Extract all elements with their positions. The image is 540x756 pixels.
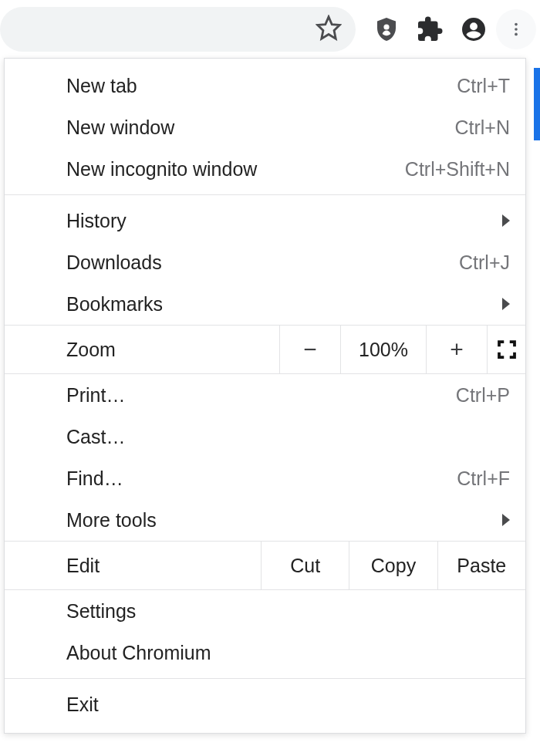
menu-label: New incognito window [66, 158, 257, 181]
menu-item-new-incognito[interactable]: New incognito window Ctrl+Shift+N [5, 148, 525, 190]
zoom-level: 100% [340, 326, 426, 373]
svg-point-3 [515, 28, 518, 31]
menu-label: History [66, 210, 127, 232]
menu-shortcut: Ctrl+J [459, 251, 510, 274]
menu-item-settings[interactable]: Settings [5, 590, 525, 632]
menu-label: Cast… [66, 426, 125, 448]
browser-toolbar [0, 0, 540, 58]
edit-copy-button[interactable]: Copy [349, 542, 437, 589]
browser-main-menu: New tab Ctrl+T New window Ctrl+N New inc… [4, 58, 526, 734]
menu-label: Bookmarks [66, 293, 163, 316]
menu-item-find[interactable]: Find… Ctrl+F [5, 457, 525, 499]
fullscreen-button[interactable] [487, 326, 525, 373]
account-icon[interactable] [451, 15, 496, 43]
menu-item-new-tab[interactable]: New tab Ctrl+T [5, 65, 525, 106]
menu-item-edit: Edit Cut Copy Paste [5, 541, 525, 590]
menu-divider [5, 194, 525, 195]
menu-shortcut: Ctrl+T [457, 75, 510, 97]
svg-point-1 [383, 24, 389, 29]
omnibox[interactable] [0, 7, 356, 52]
zoom-out-button[interactable]: − [279, 326, 340, 373]
menu-label: New tab [66, 75, 137, 97]
submenu-arrow-icon [502, 298, 510, 310]
menu-label: Find… [66, 467, 123, 490]
menu-item-zoom: Zoom − 100% + [5, 325, 525, 374]
menu-item-about[interactable]: About Chromium [5, 632, 525, 673]
menu-label: Settings [66, 600, 136, 623]
menu-shortcut: Ctrl+P [456, 384, 510, 407]
menu-item-bookmarks[interactable]: Bookmarks [5, 283, 525, 325]
star-icon[interactable] [316, 15, 342, 44]
submenu-arrow-icon [502, 214, 510, 227]
privacy-shield-icon[interactable] [365, 15, 408, 43]
menu-item-exit[interactable]: Exit [5, 683, 525, 725]
menu-item-downloads[interactable]: Downloads Ctrl+J [5, 241, 525, 283]
extensions-icon[interactable] [408, 15, 451, 43]
svg-marker-0 [318, 16, 339, 38]
submenu-arrow-icon [502, 514, 510, 526]
menu-item-print[interactable]: Print… Ctrl+P [5, 374, 525, 416]
more-menu-button[interactable] [496, 9, 536, 49]
menu-shortcut: Ctrl+F [457, 467, 510, 490]
menu-label: More tools [66, 509, 157, 532]
zoom-in-button[interactable]: + [426, 326, 487, 373]
edit-cut-button[interactable]: Cut [261, 542, 349, 589]
edit-paste-button[interactable]: Paste [437, 542, 525, 589]
menu-label: Edit [66, 555, 100, 577]
menu-item-new-window[interactable]: New window Ctrl+N [5, 106, 525, 148]
menu-divider [5, 678, 525, 679]
menu-shortcut: Ctrl+N [454, 116, 510, 139]
menu-shortcut: Ctrl+Shift+N [405, 158, 510, 181]
menu-label: New window [66, 116, 174, 139]
menu-label: About Chromium [66, 642, 211, 664]
menu-item-more-tools[interactable]: More tools [5, 499, 525, 541]
menu-item-history[interactable]: History [5, 200, 525, 241]
menu-label: Print… [66, 384, 125, 407]
menu-item-cast[interactable]: Cast… [5, 416, 525, 457]
svg-point-4 [515, 32, 518, 35]
menu-label: Downloads [66, 251, 162, 274]
menu-label: Zoom [66, 339, 116, 361]
menu-label: Exit [66, 694, 99, 716]
window-edge-highlight [534, 68, 540, 140]
svg-point-2 [515, 22, 518, 25]
